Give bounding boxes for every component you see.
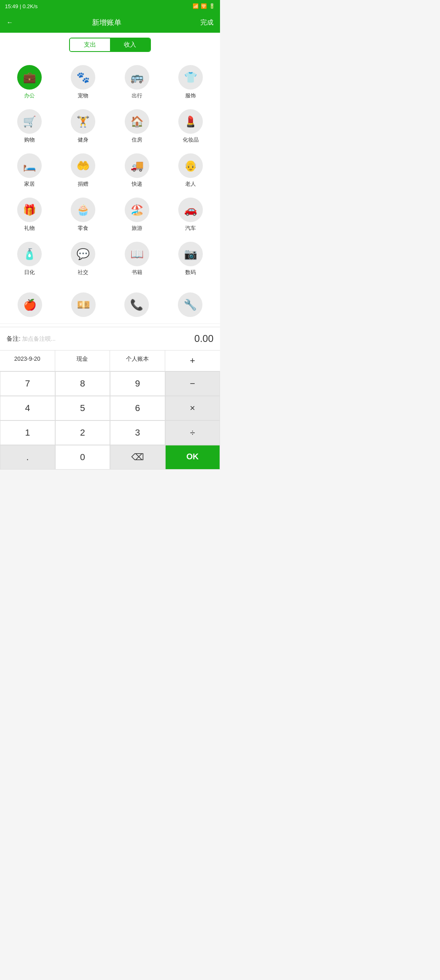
shopping-label: 购物 — [24, 136, 35, 144]
social-label: 社交 — [78, 269, 88, 276]
gift-icon: 🎁 — [17, 198, 42, 222]
fitness-label: 健身 — [78, 136, 88, 144]
category-clothes[interactable]: 👕服饰 — [165, 61, 217, 103]
clothes-icon: 👕 — [178, 65, 203, 90]
housing-icon: 🏠 — [125, 109, 149, 134]
wifi-icon: 🛜 — [201, 3, 207, 9]
category-books[interactable]: 📖书籍 — [111, 238, 163, 280]
snack-icon: 🧁 — [71, 198, 95, 222]
daily-label: 日化 — [24, 269, 35, 276]
key-5[interactable]: 5 — [55, 396, 110, 420]
tab-switcher: 支出 收入 — [0, 33, 220, 57]
header: ← 新增账单 完成 — [0, 12, 220, 33]
category-travel[interactable]: 🏖️旅游 — [111, 193, 163, 236]
books-label: 书籍 — [132, 269, 142, 276]
daily-icon: 🧴 — [17, 242, 42, 266]
key-ok[interactable]: OK — [165, 445, 220, 470]
office-label: 办公 — [24, 92, 35, 99]
category-housing[interactable]: 🏠住房 — [111, 105, 163, 148]
page-title: 新增账单 — [92, 18, 121, 27]
cosmetics-label: 化妆品 — [183, 136, 199, 144]
key-6[interactable]: 6 — [110, 396, 165, 420]
category-social[interactable]: 💬社交 — [57, 238, 110, 280]
category-daily[interactable]: 🧴日化 — [3, 238, 56, 280]
elderly-label: 老人 — [185, 180, 196, 188]
donation-icon: 🤲 — [71, 153, 95, 178]
remark-placeholder[interactable]: 加点备注呗... — [22, 335, 56, 342]
category-tools[interactable]: 🔧 — [164, 288, 217, 324]
category-office[interactable]: 💼办公 — [3, 61, 56, 103]
tools-icon: 🔧 — [178, 292, 202, 317]
category-transport[interactable]: 🚌出行 — [111, 61, 163, 103]
pets-icon: 🐾 — [71, 65, 95, 90]
category-gift[interactable]: 🎁礼物 — [3, 193, 56, 236]
status-bar: 15:49 | 0.2K/s 📶 🛜 🔋 — [0, 0, 220, 12]
key-7[interactable]: 7 — [0, 371, 55, 396]
pets-label: 宠物 — [78, 92, 88, 99]
category-food[interactable]: 🍎 — [3, 288, 57, 324]
office-icon: 💼 — [17, 65, 42, 90]
category-finance[interactable]: 💴 — [57, 288, 110, 324]
done-button[interactable]: 完成 — [200, 18, 213, 27]
key-minus[interactable]: − — [165, 371, 220, 396]
key-8[interactable]: 8 — [55, 371, 110, 396]
payment-selector[interactable]: 现金 — [55, 351, 110, 371]
date-selector[interactable]: 2023-9-20 — [0, 351, 55, 371]
express-icon: 🚚 — [125, 153, 149, 178]
category-cosmetics[interactable]: 💄化妆品 — [165, 105, 217, 148]
phone-icon: 📞 — [124, 292, 149, 317]
key-divide[interactable]: ÷ — [165, 420, 220, 445]
key-4[interactable]: 4 — [0, 396, 55, 420]
key-9[interactable]: 9 — [110, 371, 165, 396]
travel-icon: 🏖️ — [125, 198, 149, 222]
books-icon: 📖 — [125, 242, 149, 266]
back-button[interactable]: ← — [7, 19, 13, 26]
category-fitness[interactable]: 🏋️健身 — [57, 105, 110, 148]
furniture-icon: 🛏️ — [17, 153, 42, 178]
express-label: 快递 — [132, 180, 142, 188]
category-donation[interactable]: 🤲捐赠 — [57, 149, 110, 192]
category-digital[interactable]: 📷数码 — [165, 238, 217, 280]
car-label: 汽车 — [185, 225, 196, 232]
category-phone[interactable]: 📞 — [110, 288, 164, 324]
key-1[interactable]: 1 — [0, 420, 55, 445]
category-car[interactable]: 🚗汽车 — [165, 193, 217, 236]
key-delete[interactable]: ⌫ — [110, 445, 165, 470]
key-dot[interactable]: . — [0, 445, 55, 470]
tab-expense[interactable]: 支出 — [70, 38, 110, 51]
tab-income[interactable]: 收入 — [110, 38, 150, 51]
key-0[interactable]: 0 — [55, 445, 110, 470]
key-3[interactable]: 3 — [110, 420, 165, 445]
status-right: 📶 🛜 🔋 — [193, 3, 215, 9]
keypad: 7 8 9 − 4 5 6 × 1 2 3 ÷ . 0 ⌫ OK — [0, 371, 220, 470]
key-2[interactable]: 2 — [55, 420, 110, 445]
fitness-icon: 🏋️ — [71, 109, 95, 134]
category-pets[interactable]: 🐾宠物 — [57, 61, 110, 103]
travel-label: 旅游 — [132, 225, 142, 232]
remark-left: 备注: 加点备注呗... — [7, 335, 56, 343]
remark-label: 备注: — [7, 335, 20, 342]
snack-label: 零食 — [78, 225, 88, 232]
category-shopping[interactable]: 🛒购物 — [3, 105, 56, 148]
category-grid: 💼办公🐾宠物🚌出行👕服饰🛒购物🏋️健身🏠住房💄化妆品🛏️家居🤲捐赠🚚快递👴老人🎁… — [0, 57, 220, 284]
clothes-label: 服饰 — [185, 92, 196, 99]
elderly-icon: 👴 — [178, 153, 203, 178]
digital-icon: 📷 — [178, 242, 203, 266]
account-selector[interactable]: 个人账本 — [110, 351, 165, 371]
key-multiply[interactable]: × — [165, 396, 220, 420]
remark-bar: 备注: 加点备注呗... 0.00 — [0, 327, 220, 350]
shopping-icon: 🛒 — [17, 109, 42, 134]
battery-icon: 🔋 — [209, 3, 215, 9]
category-express[interactable]: 🚚快递 — [111, 149, 163, 192]
car-icon: 🚗 — [178, 198, 203, 222]
status-time: 15:49 | 0.2K/s — [5, 3, 38, 9]
category-snack[interactable]: 🧁零食 — [57, 193, 110, 236]
category-partial-row: 🍎💴📞🔧 — [0, 284, 220, 324]
add-op-button[interactable]: + — [165, 351, 220, 371]
keypad-info-row: 2023-9-20 现金 个人账本 + — [0, 350, 220, 371]
category-furniture[interactable]: 🛏️家居 — [3, 149, 56, 192]
digital-label: 数码 — [185, 269, 196, 276]
category-elderly[interactable]: 👴老人 — [165, 149, 217, 192]
signal-icon: 📶 — [193, 3, 199, 9]
social-icon: 💬 — [71, 242, 95, 266]
